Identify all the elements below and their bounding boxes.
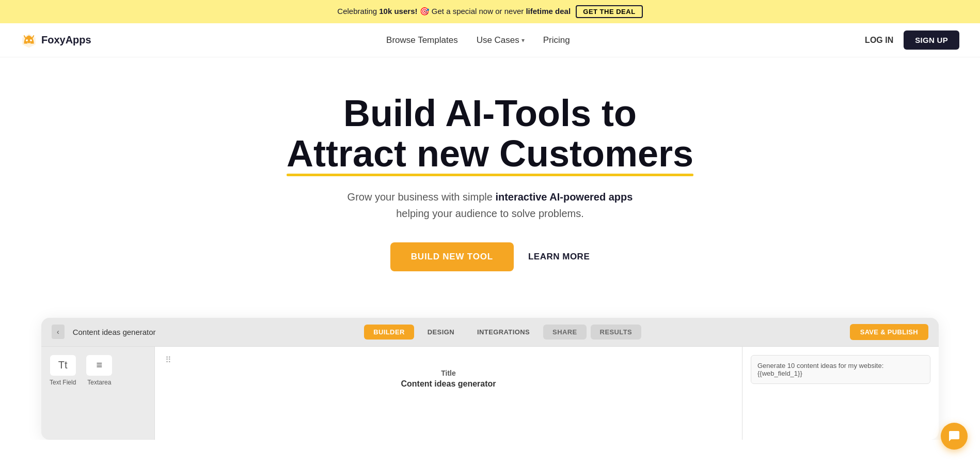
prompt-box[interactable]: Generate 10 content ideas for my website… [751,355,930,384]
nav-use-cases[interactable]: Use Cases ▾ [477,35,525,45]
tool-name-label: Content ideas generator [73,328,156,336]
sidebar-item-textarea[interactable]: ≡ Textarea [86,355,112,432]
textarea-icon: ≡ [86,355,112,376]
navbar: FoxyApps Browse Templates Use Cases ▾ Pr… [0,23,980,57]
drag-handle-icon: ⠿ [165,355,171,365]
logo-text: FoxyApps [41,34,91,46]
login-button[interactable]: LOG IN [865,36,893,45]
foxyapps-logo-icon [21,32,37,49]
nav-actions: LOG IN SIGN UP [865,30,959,50]
banner-lifetime: lifetime deal [526,7,571,16]
chat-icon [948,430,960,440]
app-toolbar: ‹ Content ideas generator BUILDER DESIGN… [41,318,939,347]
hero-title-highlight: Attract new Customers [287,134,693,174]
top-banner: Celebrating 10k users! 🎯 Get a special n… [0,0,980,23]
hero-title: Build AI-Tools to Attract new Customers [258,94,722,174]
toolbar-tabs: BUILDER DESIGN INTEGRATIONS SHARE RESULT… [364,325,641,340]
toolbar-back-button[interactable]: ‹ [52,325,65,339]
build-new-tool-button[interactable]: BUILD NEW TOOL [390,242,514,271]
prompt-panel: Generate 10 content ideas for my website… [742,347,939,440]
signup-button[interactable]: SIGN UP [904,30,959,50]
get-deal-button[interactable]: GET THE DEAL [576,5,642,18]
hero-actions: BUILD NEW TOOL LEARN MORE [21,242,959,271]
sidebar-panel: Tt Text Field ≡ Textarea [41,347,155,440]
save-publish-button[interactable]: SAVE & PUBLISH [850,324,928,340]
learn-more-button[interactable]: LEARN MORE [528,252,590,262]
chat-bubble-button[interactable] [941,423,968,440]
tab-integrations[interactable]: INTEGRATIONS [468,325,539,340]
canvas-panel: ⠿ Title Content ideas generator [155,347,742,440]
hero-subtitle: Grow your business with simple interacti… [345,189,635,222]
chevron-down-icon: ▾ [521,37,525,44]
banner-users: 10k users! [379,7,417,16]
nav-pricing[interactable]: Pricing [543,35,570,45]
tab-results[interactable]: RESULTS [591,325,642,340]
tab-share[interactable]: SHARE [543,325,587,340]
app-body: Tt Text Field ≡ Textarea ⠿ Title Content… [41,347,939,440]
textarea-label: Textarea [87,379,111,386]
tab-design[interactable]: DESIGN [418,325,464,340]
nav-center: Browse Templates Use Cases ▾ Pricing [386,35,570,45]
hero-section: Build AI-Tools to Attract new Customers … [0,57,980,318]
textfield-label: Text Field [50,379,76,386]
tab-builder[interactable]: BUILDER [364,325,414,340]
textfield-icon: Tt [50,355,76,376]
canvas-tool-name: Content ideas generator [401,379,496,389]
canvas-title-label: Title [441,369,456,377]
logo[interactable]: FoxyApps [21,32,91,49]
banner-text: Celebrating 10k users! 🎯 Get a special n… [337,7,573,16]
app-preview: ‹ Content ideas generator BUILDER DESIGN… [41,318,939,440]
sidebar-item-textfield[interactable]: Tt Text Field [50,355,76,432]
nav-browse-templates[interactable]: Browse Templates [386,35,458,45]
